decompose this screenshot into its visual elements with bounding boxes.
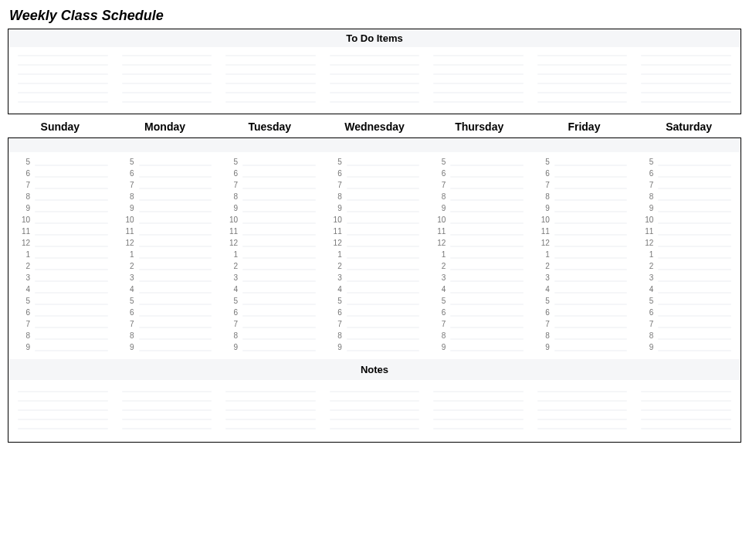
hour-line[interactable]	[554, 280, 628, 282]
hour-line[interactable]	[450, 234, 524, 236]
hour-line[interactable]	[450, 211, 524, 212]
todo-line[interactable]	[433, 73, 524, 75]
hour-line[interactable]	[347, 165, 420, 166]
todo-line[interactable]	[18, 55, 108, 56]
hour-line[interactable]	[450, 338, 524, 340]
hour-line[interactable]	[347, 338, 420, 340]
hour-line[interactable]	[554, 350, 628, 351]
hour-line[interactable]	[450, 176, 524, 178]
hour-line[interactable]	[35, 199, 108, 201]
hour-line[interactable]	[242, 176, 316, 178]
hour-line[interactable]	[139, 257, 212, 259]
hour-line[interactable]	[450, 304, 524, 305]
hour-line[interactable]	[35, 304, 108, 305]
todo-line[interactable]	[433, 92, 524, 93]
hour-line[interactable]	[139, 304, 212, 305]
todo-line[interactable]	[225, 92, 316, 93]
hour-line[interactable]	[242, 292, 316, 294]
hour-line[interactable]	[242, 338, 316, 340]
todo-line[interactable]	[225, 83, 316, 84]
todo-line[interactable]	[330, 92, 420, 93]
hour-line[interactable]	[658, 211, 731, 212]
todo-line[interactable]	[18, 92, 108, 93]
notes-line[interactable]	[122, 391, 212, 392]
hour-line[interactable]	[658, 350, 731, 351]
todo-line[interactable]	[225, 101, 316, 103]
hour-line[interactable]	[554, 211, 628, 212]
hour-line[interactable]	[658, 269, 731, 270]
hour-line[interactable]	[242, 304, 316, 305]
hour-line[interactable]	[35, 338, 108, 340]
hour-line[interactable]	[35, 315, 108, 317]
todo-line[interactable]	[330, 55, 420, 56]
hour-line[interactable]	[347, 246, 420, 247]
hour-line[interactable]	[139, 292, 212, 294]
notes-line[interactable]	[225, 428, 316, 429]
hour-line[interactable]	[242, 327, 316, 328]
hour-line[interactable]	[658, 315, 731, 317]
hour-line[interactable]	[347, 199, 420, 201]
todo-line[interactable]	[433, 64, 524, 66]
notes-line[interactable]	[18, 419, 108, 420]
todo-line[interactable]	[433, 101, 524, 103]
todo-line[interactable]	[537, 55, 628, 56]
todo-line[interactable]	[122, 73, 212, 75]
hour-line[interactable]	[658, 280, 731, 282]
hour-line[interactable]	[554, 222, 628, 224]
todo-line[interactable]	[122, 64, 212, 66]
hour-line[interactable]	[35, 269, 108, 270]
notes-line[interactable]	[330, 419, 420, 420]
todo-line[interactable]	[225, 64, 316, 66]
todo-line[interactable]	[18, 64, 108, 66]
hour-line[interactable]	[35, 350, 108, 351]
todo-line[interactable]	[330, 83, 420, 84]
hour-line[interactable]	[347, 222, 420, 224]
hour-line[interactable]	[35, 176, 108, 178]
hour-line[interactable]	[347, 188, 420, 189]
notes-line[interactable]	[225, 391, 316, 392]
hour-line[interactable]	[242, 350, 316, 351]
todo-line[interactable]	[122, 83, 212, 84]
notes-line[interactable]	[18, 428, 108, 429]
hour-line[interactable]	[347, 269, 420, 270]
hour-line[interactable]	[139, 269, 212, 270]
hour-line[interactable]	[35, 327, 108, 328]
notes-line[interactable]	[122, 419, 212, 420]
hour-line[interactable]	[554, 338, 628, 340]
todo-line[interactable]	[537, 92, 628, 93]
todo-line[interactable]	[641, 73, 731, 75]
notes-line[interactable]	[537, 400, 628, 402]
notes-line[interactable]	[433, 391, 524, 392]
notes-line[interactable]	[433, 400, 524, 402]
hour-line[interactable]	[347, 327, 420, 328]
todo-line[interactable]	[18, 73, 108, 75]
hour-line[interactable]	[658, 222, 731, 224]
todo-line[interactable]	[537, 64, 628, 66]
hour-line[interactable]	[242, 165, 316, 166]
todo-line[interactable]	[641, 83, 731, 84]
hour-line[interactable]	[139, 246, 212, 247]
hour-line[interactable]	[139, 176, 212, 178]
hour-line[interactable]	[554, 246, 628, 247]
hour-line[interactable]	[658, 257, 731, 259]
notes-line[interactable]	[537, 409, 628, 411]
hour-line[interactable]	[139, 188, 212, 189]
todo-line[interactable]	[433, 83, 524, 84]
hour-line[interactable]	[139, 211, 212, 212]
notes-line[interactable]	[122, 409, 212, 411]
hour-line[interactable]	[658, 338, 731, 340]
hour-line[interactable]	[242, 246, 316, 247]
hour-line[interactable]	[554, 257, 628, 259]
hour-line[interactable]	[347, 176, 420, 178]
hour-line[interactable]	[347, 350, 420, 351]
hour-line[interactable]	[450, 350, 524, 351]
todo-line[interactable]	[537, 83, 628, 84]
hour-line[interactable]	[242, 199, 316, 201]
todo-line[interactable]	[122, 92, 212, 93]
notes-line[interactable]	[225, 409, 316, 411]
hour-line[interactable]	[450, 199, 524, 201]
hour-line[interactable]	[35, 234, 108, 236]
hour-line[interactable]	[347, 292, 420, 294]
hour-line[interactable]	[242, 222, 316, 224]
hour-line[interactable]	[450, 188, 524, 189]
